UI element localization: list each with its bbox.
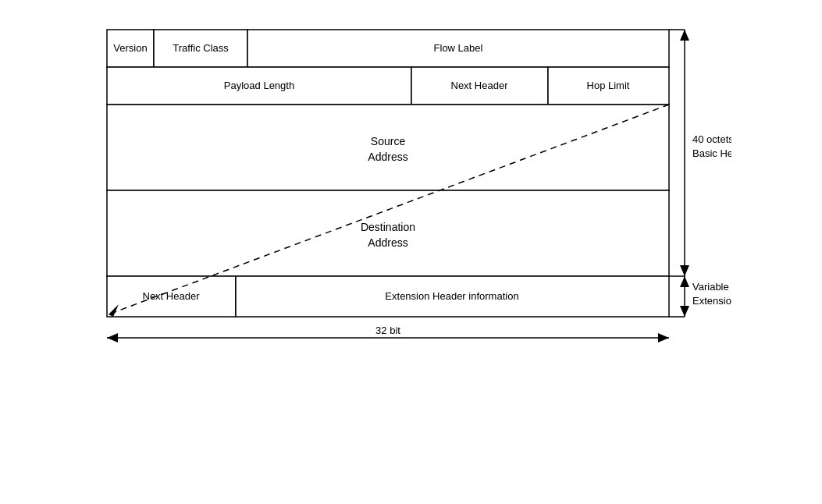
- svg-rect-7: [107, 190, 669, 276]
- svg-rect-5: [548, 67, 669, 105]
- flow-label-label: Flow Label: [433, 42, 482, 54]
- svg-marker-11: [109, 304, 119, 317]
- variable-length-label: Variable length: [692, 281, 731, 293]
- version-label: Version: [113, 42, 147, 54]
- dest-address-label: Destination: [360, 221, 415, 233]
- svg-rect-1: [154, 30, 247, 67]
- svg-marker-15: [680, 30, 689, 41]
- svg-rect-8: [107, 276, 236, 317]
- svg-rect-3: [107, 67, 411, 105]
- ext-header-annotation-label: Extension Header: [692, 295, 731, 307]
- basic-header-label: Basic Header: [692, 147, 731, 159]
- svg-marker-23: [658, 333, 669, 343]
- hop-limit-label: Hop Limit: [586, 80, 629, 91]
- svg-marker-16: [680, 265, 689, 276]
- ipv6-header-diagram: Version Traffic Class Flow Label Payload…: [91, 22, 731, 482]
- source-address-label: Source: [370, 135, 405, 147]
- svg-rect-0: [107, 30, 154, 67]
- basic-header-octets: 40 octets: [692, 133, 731, 145]
- dest-address-label2: Address: [368, 236, 407, 249]
- ext-header-info-label: Extension Header information: [385, 290, 518, 302]
- payload-length-label: Payload Length: [223, 80, 294, 91]
- next-header-row2-label: Next Header: [450, 80, 508, 91]
- svg-marker-20: [680, 306, 689, 317]
- next-header-row5-label: Next Header: [142, 290, 200, 302]
- svg-rect-2: [247, 30, 669, 67]
- svg-marker-22: [107, 333, 118, 343]
- svg-rect-9: [236, 276, 669, 317]
- source-address-label2: Address: [368, 151, 407, 163]
- svg-marker-19: [680, 276, 689, 287]
- svg-rect-4: [411, 67, 548, 105]
- svg-rect-6: [107, 105, 669, 190]
- traffic-class-label: Traffic Class: [173, 42, 229, 54]
- bit-label: 32 bit: [375, 325, 400, 336]
- svg-line-10: [109, 105, 669, 314]
